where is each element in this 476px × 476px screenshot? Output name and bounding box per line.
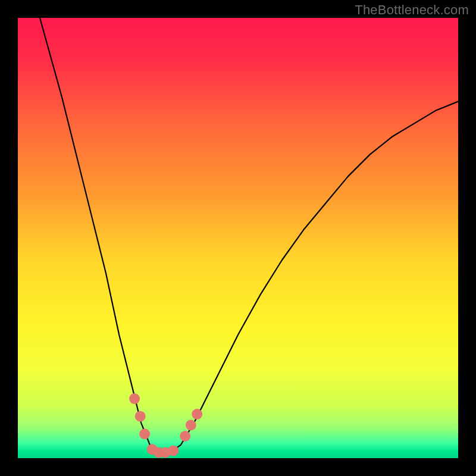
chart-frame: TheBottleneck.com — [0, 0, 476, 476]
data-marker — [180, 431, 190, 441]
data-marker — [192, 409, 202, 419]
bottleneck-chart — [18, 18, 458, 458]
data-marker — [135, 411, 146, 422]
heat-gradient — [18, 18, 458, 458]
plot-area — [18, 18, 458, 458]
data-marker — [168, 445, 178, 456]
data-marker — [186, 420, 196, 431]
data-marker — [139, 428, 150, 439]
data-marker — [129, 393, 140, 404]
watermark-text: TheBottleneck.com — [355, 2, 469, 18]
